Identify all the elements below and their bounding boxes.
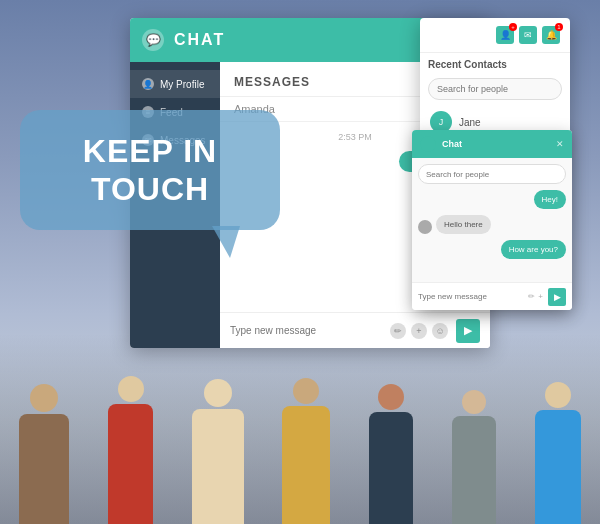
chat-title: CHAT bbox=[174, 31, 225, 49]
profile-icon: 👤 bbox=[142, 78, 154, 90]
popup-msg-3: How are you? bbox=[418, 240, 566, 259]
person-3 bbox=[192, 379, 244, 524]
popup-msg-1: Hey! bbox=[418, 190, 566, 209]
chat-logo-icon: 💬 bbox=[142, 29, 164, 51]
popup-avatar-small bbox=[418, 220, 432, 234]
send-button[interactable]: ▶ bbox=[456, 319, 480, 343]
popup-contact-avatar bbox=[420, 136, 436, 152]
message-input[interactable] bbox=[230, 325, 382, 336]
bell-badge: 1 bbox=[555, 23, 563, 31]
contacts-search-area bbox=[420, 72, 570, 106]
sidebar-item-profile[interactable]: 👤 My Profile bbox=[130, 70, 220, 98]
popup-attach-icon[interactable]: + bbox=[538, 292, 543, 301]
popup-input-bar: ✏ + ▶ bbox=[412, 282, 572, 310]
popup-bubble-sent-1: Hey! bbox=[534, 190, 566, 209]
speech-bubble: KEEP IN TOUCH bbox=[20, 110, 280, 230]
attach-icon[interactable]: + bbox=[411, 323, 427, 339]
people-area bbox=[0, 334, 600, 524]
contact-name-jane: Jane bbox=[459, 117, 481, 128]
popup-send-button[interactable]: ▶ bbox=[548, 288, 566, 306]
person-7 bbox=[535, 382, 581, 524]
popup-contact-name: Chat bbox=[442, 139, 462, 149]
contacts-panel-title: Recent Contacts bbox=[420, 53, 570, 72]
input-icons: ✏ + ☺ bbox=[390, 323, 448, 339]
chat-popup: Chat ✕ Hey! Hello there How are you? ✏ +… bbox=[412, 130, 572, 310]
header-action-icons: 👤 + ✉ 🔔 1 bbox=[496, 26, 560, 44]
message-input-bar: ✏ + ☺ ▶ bbox=[220, 312, 490, 348]
popup-bubble-sent-2: How are you? bbox=[501, 240, 566, 259]
email-icon-btn[interactable]: ✉ bbox=[519, 26, 537, 44]
person-6 bbox=[452, 390, 496, 524]
notification-badge: + bbox=[509, 23, 517, 31]
popup-header: Chat ✕ bbox=[412, 130, 572, 158]
emoji-icon[interactable]: ☺ bbox=[432, 323, 448, 339]
popup-bubble-recv-1: Hello there bbox=[436, 215, 491, 234]
add-contact-icon-btn[interactable]: 👤 + bbox=[496, 26, 514, 44]
messages-title: MESSAGES bbox=[234, 75, 310, 89]
popup-msg-2: Hello there bbox=[418, 215, 566, 234]
person-2 bbox=[108, 376, 153, 524]
person-4 bbox=[282, 378, 330, 524]
popup-input-icons: ✏ + bbox=[528, 292, 543, 301]
popup-message-input[interactable] bbox=[418, 292, 523, 301]
contacts-search-input[interactable] bbox=[428, 78, 562, 100]
popup-search-input[interactable] bbox=[418, 164, 566, 184]
popup-close-button[interactable]: ✕ bbox=[556, 139, 564, 149]
person-5 bbox=[369, 384, 413, 524]
popup-edit-icon[interactable]: ✏ bbox=[528, 292, 535, 301]
person-1 bbox=[19, 384, 69, 524]
bell-icon-btn[interactable]: 🔔 1 bbox=[542, 26, 560, 44]
speech-bubble-text: KEEP IN TOUCH bbox=[20, 122, 280, 219]
sidebar-label-profile: My Profile bbox=[160, 79, 204, 90]
popup-body: Hey! Hello there How are you? bbox=[412, 158, 572, 282]
contacts-header: 👤 + ✉ 🔔 1 bbox=[420, 18, 570, 53]
edit-icon[interactable]: ✏ bbox=[390, 323, 406, 339]
